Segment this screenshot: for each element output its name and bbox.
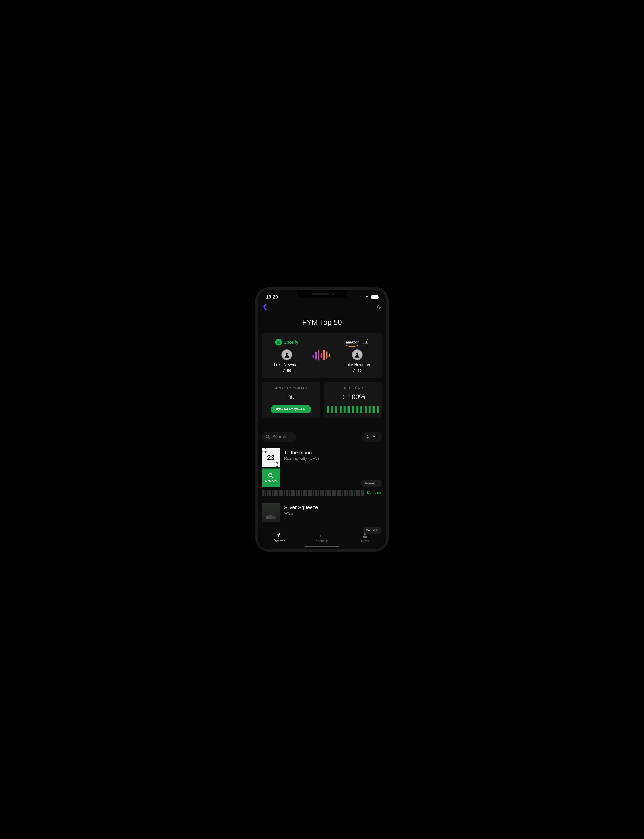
track-title: Silver Squeeze [284,505,383,510]
battery-icon [371,295,378,299]
search-icon [268,473,274,479]
home-indicator[interactable] [305,546,339,547]
tab-label: Statistik [316,539,328,543]
last-synced-label: SENAST SYNKADE [274,386,309,390]
services-card: Spotify Luke Newman 50 [261,333,383,378]
gear-icon [376,304,381,309]
signal-dots-icon: •••• [358,296,363,298]
track-progress [261,490,363,496]
track-item[interactable]: 23 To the moon Roaring Kitty (DFV) Match… [261,448,383,499]
stats-row: SENAST SYNKADE nu Tryck för att synka nu… [261,382,383,418]
target-user-name: Luke Newman [344,362,370,367]
amazon-text: amazon [346,341,360,344]
person-icon [283,351,290,358]
svg-point-4 [269,473,272,477]
page-title: FYM Top 50 [261,318,383,327]
track-artist: Roaring Kitty (DFV) [284,456,383,461]
completed-percent: 100% [348,393,365,401]
tab-transfer[interactable]: Överför [258,530,301,546]
amazon-eq-icon [364,339,368,340]
svg-point-1 [356,352,358,355]
screen: 13:29 •••• FYM Top 50 Spotify [258,290,386,549]
transfer-icon [276,532,282,538]
notch [297,290,347,298]
amazon-smile-icon [346,344,359,346]
last-synced-card: SENAST SYNKADE nu Tryck för att synka nu [261,382,320,418]
wifi-icon [365,295,369,299]
track-item[interactable]: Silver Squeeze WSS [261,503,383,525]
source-track-count: 50 [283,369,291,373]
source-service: Spotify Luke Newman 50 [268,338,305,373]
track-status: Matched [367,490,383,495]
svg-point-0 [286,352,288,355]
rematch-badge[interactable]: Rematch [363,527,381,534]
tab-label: Profil [361,539,369,543]
sync-now-button[interactable]: Tryck för att synka nu [271,405,311,413]
rematch-button[interactable]: Rematch [361,480,383,487]
target-count-value: 50 [358,369,361,373]
filter-label: All [373,434,377,439]
svg-line-3 [268,437,270,439]
tab-profile[interactable]: Rematch Profil [343,530,386,546]
source-avatar[interactable] [281,349,292,360]
target-avatar[interactable] [352,349,363,360]
phone-frame: 13:29 •••• FYM Top 50 Spotify [258,290,386,549]
search-field[interactable] [261,432,297,442]
sort-icon [366,435,369,439]
cover-text: 23 [267,454,275,461]
track-cover: 23 [261,448,280,467]
completed-value: 100% [341,393,365,401]
music-note-icon [353,369,356,372]
refresh-icon [341,395,346,400]
svg-point-2 [266,435,269,438]
amazon-music-logo: amazonmusic [346,338,369,346]
completed-card: SLUTFÖRD 100% [324,382,383,418]
amazon-music-text: music [360,341,369,344]
spotify-brand-text: Spotify [284,340,298,345]
matched-text: Matched [265,479,276,483]
search-icon [266,434,270,439]
status-time: 13:29 [266,294,278,300]
music-note-icon [283,369,286,372]
nav-bar [258,301,386,313]
back-button[interactable] [263,304,267,311]
content: FYM Top 50 Spotify Luke Newman 50 [258,313,386,529]
tab-stats[interactable]: Statistik [301,530,343,546]
person-icon [354,351,361,358]
transfer-wave-icon [312,349,332,362]
source-count-value: 50 [287,369,291,373]
track-title: To the moon [284,450,383,456]
matched-indicator: Matched [261,469,280,487]
spotify-icon [275,339,282,345]
last-synced-value: nu [287,393,295,401]
target-track-count: 50 [353,369,361,373]
search-row: All [261,432,383,442]
status-right: •••• [358,295,378,299]
completed-progress [327,406,379,413]
stats-icon [319,532,325,538]
spotify-logo: Spotify [275,338,298,346]
svg-line-5 [271,476,273,478]
track-artist: WSS [284,511,383,516]
search-input[interactable] [272,434,292,439]
target-service: amazonmusic Luke Newman 50 [339,338,376,373]
filter-button[interactable]: All [361,432,383,442]
tab-label: Överför [274,539,285,543]
track-cover [261,503,280,521]
completed-label: SLUTFÖRD [343,386,363,390]
settings-button[interactable] [376,304,381,310]
source-user-name: Luke Newman [274,362,299,367]
